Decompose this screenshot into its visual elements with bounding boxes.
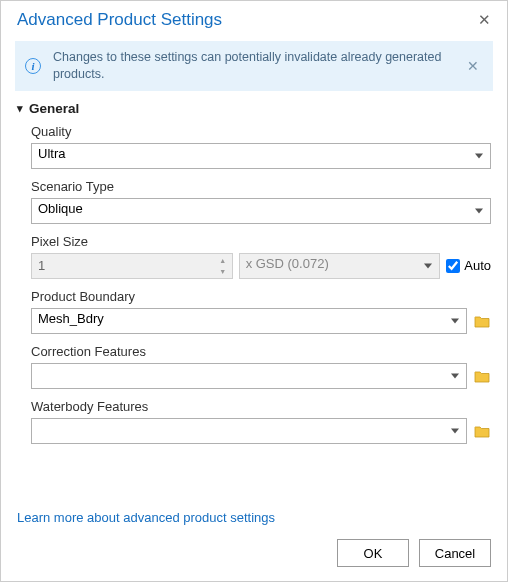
button-row: OK Cancel bbox=[17, 539, 491, 567]
pixel-size-label: Pixel Size bbox=[31, 234, 491, 249]
spinner-up-icon: ▲ bbox=[215, 255, 231, 266]
dialog-titlebar: Advanced Product Settings ✕ bbox=[1, 1, 507, 37]
quality-label: Quality bbox=[31, 124, 491, 139]
spinner-down-icon: ▼ bbox=[215, 266, 231, 277]
info-icon: i bbox=[25, 58, 41, 74]
close-icon[interactable]: ✕ bbox=[474, 9, 495, 31]
product-boundary-field: Product Boundary Mesh_Bdry bbox=[31, 289, 491, 334]
auto-checkbox-label: Auto bbox=[464, 258, 491, 273]
auto-checkbox[interactable] bbox=[446, 259, 460, 273]
dialog-footer: Learn more about advanced product settin… bbox=[1, 496, 507, 581]
dialog-content: ▾ General Quality Ultra Scenario Type Ob… bbox=[1, 101, 507, 496]
waterbody-folder-icon[interactable] bbox=[473, 424, 491, 438]
scenario-type-label: Scenario Type bbox=[31, 179, 491, 194]
learn-more-link[interactable]: Learn more about advanced product settin… bbox=[17, 510, 275, 525]
waterbody-features-label: Waterbody Features bbox=[31, 399, 491, 414]
gsd-select: x GSD (0.072) bbox=[239, 253, 441, 279]
scenario-type-field: Scenario Type Oblique bbox=[31, 179, 491, 224]
advanced-product-settings-dialog: Advanced Product Settings ✕ i Changes to… bbox=[0, 0, 508, 582]
correction-features-select[interactable] bbox=[31, 363, 467, 389]
section-label: General bbox=[29, 101, 79, 116]
dialog-title: Advanced Product Settings bbox=[17, 10, 222, 30]
ok-button[interactable]: OK bbox=[337, 539, 409, 567]
pixel-size-field: Pixel Size ▲ ▼ x GSD (0.072) Auto bbox=[31, 234, 491, 279]
banner-close-icon[interactable]: ✕ bbox=[463, 58, 483, 74]
pixel-size-input bbox=[31, 253, 233, 279]
product-boundary-select[interactable]: Mesh_Bdry bbox=[31, 308, 467, 334]
waterbody-features-field: Waterbody Features bbox=[31, 399, 491, 444]
info-banner: i Changes to these settings can potentia… bbox=[15, 41, 493, 91]
correction-features-field: Correction Features bbox=[31, 344, 491, 389]
product-boundary-label: Product Boundary bbox=[31, 289, 491, 304]
quality-select[interactable]: Ultra bbox=[31, 143, 491, 169]
scenario-type-select[interactable]: Oblique bbox=[31, 198, 491, 224]
info-banner-text: Changes to these settings can potentiall… bbox=[53, 49, 451, 83]
cancel-button[interactable]: Cancel bbox=[419, 539, 491, 567]
spinner-buttons: ▲ ▼ bbox=[215, 255, 231, 277]
quality-field: Quality Ultra bbox=[31, 124, 491, 169]
auto-checkbox-wrap[interactable]: Auto bbox=[446, 258, 491, 273]
waterbody-features-select[interactable] bbox=[31, 418, 467, 444]
correction-folder-icon[interactable] bbox=[473, 369, 491, 383]
boundary-folder-icon[interactable] bbox=[473, 314, 491, 328]
correction-features-label: Correction Features bbox=[31, 344, 491, 359]
general-section-header[interactable]: ▾ General bbox=[17, 101, 491, 116]
chevron-down-icon: ▾ bbox=[17, 102, 23, 115]
